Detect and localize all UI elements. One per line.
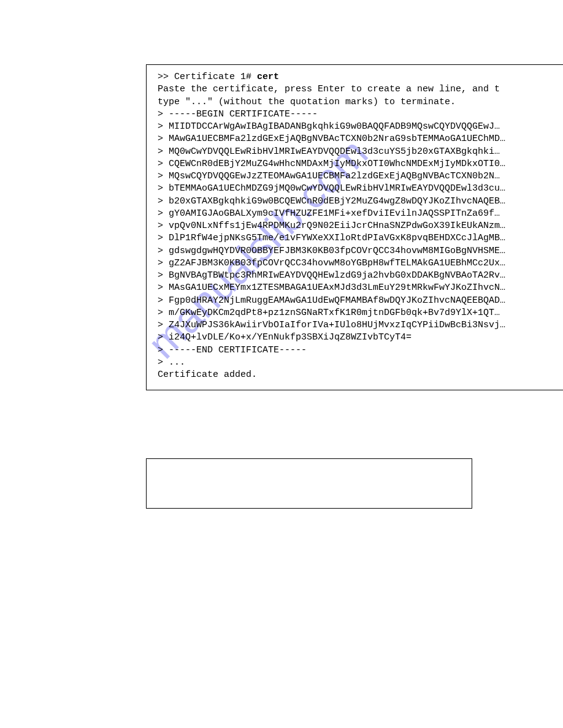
cert-line: > -----END CERTIFICATE----- bbox=[158, 344, 556, 357]
cert-line: > MQ0wCwYDVQQLEwRibHVlMRIwEAYDVQQDEwl3d3… bbox=[158, 146, 556, 158]
cert-line: > MAwGA1UECBMFa2lzdGExEjAQBgNVBAcTCXN0b2… bbox=[158, 133, 556, 145]
result-line: Certificate added. bbox=[158, 369, 556, 381]
cert-line: > b20xGTAXBgkqhkiG9w0BCQEWCnR0dEBjY2MuZG… bbox=[158, 195, 556, 208]
prompt-line: >> Certificate 1# cert bbox=[158, 71, 556, 83]
cert-line: > vpQv0NLxNffs1jEw4RPDMKu2rQ9N02EiiJcrCH… bbox=[158, 220, 556, 232]
cert-line: > bTEMMAoGA1UEChMDZG9jMQ0wCwYDVQQLEwRibH… bbox=[158, 183, 556, 195]
cert-line: > Fgp0dHRAY2NjLmRuggEAMAwGA1UdEwQFMAMBAf… bbox=[158, 295, 556, 307]
cert-line: > m/GKwEyDKCm2qdPt8+pz1znSGNaRTxfK1R0mjt… bbox=[158, 307, 556, 319]
instruction-line-2: type "..." (without the quotation marks)… bbox=[158, 96, 556, 108]
cert-line: > MAsGA1UECxMEYmx1ZTESMBAGA1UEAxMJd3d3Lm… bbox=[158, 282, 556, 294]
cert-line: > ... bbox=[158, 357, 556, 369]
cert-line: > CQEWCnR0dEBjY2MuZG4wHhcNMDAxMjIyMDkxOT… bbox=[158, 158, 556, 170]
cert-line: > BgNVBAgTBWtpc3RhMRIwEAYDVQQHEwlzdG9ja2… bbox=[158, 270, 556, 282]
cert-line: > Z4JXuWPJS36kAwiirVbOIaIforIVa+IUlo8HUj… bbox=[158, 319, 556, 332]
certificate-terminal-box: >> Certificate 1# cert Paste the certifi… bbox=[146, 64, 563, 390]
cert-line: > i24Q+lvDLE/Ko+x/YEnNukfp3SBXiJqZ8WZIvb… bbox=[158, 332, 556, 344]
command-text: cert bbox=[257, 72, 279, 82]
cert-line: > gdswgdgwHQYDVR0OBBYEFJBM3K0KB03fpCOVrQ… bbox=[158, 245, 556, 257]
cert-line: > MIIDTDCCArWgAwIBAgIBADANBgkqhkiG9w0BAQ… bbox=[158, 121, 556, 133]
cert-line: > gZ2AFJBM3K0KB03fpCOVrQCC34hovwM8oYGBpH… bbox=[158, 257, 556, 270]
empty-box bbox=[146, 458, 472, 509]
cert-line: > gY0AMIGJAoGBALXym9cIVfHZUZFE1MFi+xefDv… bbox=[158, 208, 556, 220]
prompt-label: >> Certificate 1# bbox=[158, 72, 257, 82]
cert-line: > MQswCQYDVQQGEwJzZTEOMAwGA1UECBMFa2lzdG… bbox=[158, 170, 556, 183]
instruction-line-1: Paste the certificate, press Enter to cr… bbox=[158, 83, 556, 96]
cert-line: > DlP1RfW4ejpNKsG5Tme/e1vFYWXeXXIloRtdPI… bbox=[158, 232, 556, 245]
cert-line: > -----BEGIN CERTIFICATE----- bbox=[158, 108, 556, 121]
